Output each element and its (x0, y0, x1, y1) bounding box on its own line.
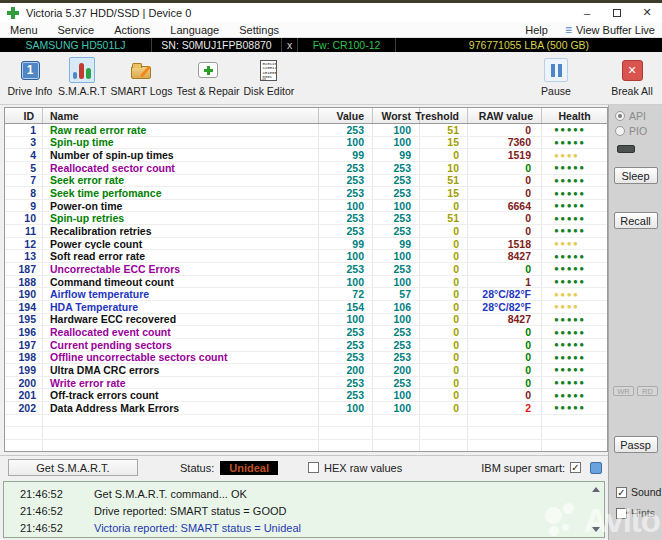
cell-health-dots: ●●●●● (542, 276, 607, 288)
rd-button[interactable]: RD (637, 386, 658, 396)
table-row[interactable]: 5Reallocated sector count253253100●●●●● (5, 162, 607, 175)
table-row[interactable]: 201Off-track errors count25310000●●●●● (5, 389, 607, 402)
header-worst[interactable]: Worst (373, 108, 420, 123)
cell-value: 253 (319, 212, 373, 224)
smart-logs-button[interactable]: SMART Logs (110, 55, 172, 101)
header-name[interactable]: Name (43, 108, 319, 123)
cell-name: Power-on time (43, 200, 319, 212)
menu-settings[interactable]: Settings (229, 24, 289, 36)
ibm-super-smart-checkbox[interactable] (570, 462, 581, 473)
table-row[interactable]: 4Number of spin-up times999901519●●●● (5, 149, 607, 162)
menu-menu[interactable]: Menu (0, 24, 48, 36)
hex-raw-values-row[interactable]: HEX raw values (308, 462, 402, 474)
hex-raw-label: HEX raw values (324, 462, 402, 474)
cell-health-dots: ●●●●● (542, 326, 607, 338)
table-row[interactable]: 200Write error rate25325300●●●●● (5, 377, 607, 390)
cell-id: 13 (5, 250, 43, 262)
cell-id: 187 (5, 263, 43, 275)
log-scroll-up-arrow[interactable] (592, 487, 600, 492)
cell-worst: 100 (373, 276, 420, 288)
pause-icon (544, 58, 568, 82)
cell-health-dots: ●●●● (542, 238, 607, 250)
menu-help[interactable]: Help (515, 24, 558, 36)
blue-indicator-button[interactable] (590, 462, 602, 474)
passp-button[interactable]: Passp (614, 436, 658, 453)
device-tab-close[interactable]: x (282, 38, 298, 52)
hex-raw-checkbox[interactable] (308, 462, 319, 473)
table-row[interactable]: 12Power cycle count999901518●●●● (5, 238, 607, 251)
app-icon (7, 7, 19, 19)
table-row[interactable]: 202Data Address Mark Errors10010002●●●●● (5, 402, 607, 415)
header-value[interactable]: Value (319, 108, 373, 123)
smart-actions-bar: Get S.M.A.R.T. Status: Unideal HEX raw v… (0, 455, 608, 479)
cell-health-dots: ●●●●● (542, 263, 607, 275)
table-row[interactable]: 10Spin-up retries253253510●●●●● (5, 212, 607, 225)
table-row[interactable]: 194HDA Temperature154106028°C/82°F●●●● (5, 301, 607, 314)
api-radio-row[interactable]: API (615, 110, 646, 122)
cell-health-dots: ●●●● (542, 301, 607, 313)
close-button[interactable]: ✕ (632, 3, 662, 22)
table-row[interactable]: 8Seek time perfomance253253150●●●●● (5, 187, 607, 200)
header-health[interactable]: Health (542, 108, 607, 123)
sleep-button[interactable]: Sleep (614, 167, 658, 184)
wr-button[interactable]: WR (613, 386, 634, 396)
disk-editor-button[interactable]: 010110 110011 101000 0001Disk Editor (244, 55, 295, 101)
sound-checkbox[interactable] (616, 487, 627, 498)
view-buffer-live-button[interactable]: ≡ View Buffer Live (558, 24, 662, 36)
hints-checkbox-row[interactable]: Hints (616, 507, 655, 519)
cell-raw-value: 0 (468, 263, 542, 275)
test-repair-button[interactable]: Test & Repair (176, 55, 239, 101)
smart-button[interactable]: S.M.A.R.T (58, 55, 106, 101)
cell-value: 99 (319, 238, 373, 250)
log-scroll-down-arrow[interactable] (592, 527, 600, 532)
table-row[interactable]: 198Offline uncorrectable sectors count25… (5, 352, 607, 365)
maximize-button[interactable] (602, 3, 632, 22)
recall-button[interactable]: Recall (614, 212, 658, 229)
hints-checkbox[interactable] (616, 508, 627, 519)
table-row[interactable]: 195Hardware ECC recovered10010008427●●●●… (5, 314, 607, 327)
sound-checkbox-row[interactable]: Sound (616, 486, 661, 498)
menu-service[interactable]: Service (48, 24, 105, 36)
table-row[interactable]: 11Recalibration retries25325300●●●●● (5, 225, 607, 238)
drive-info-button[interactable]: 1Drive Info (6, 55, 54, 101)
break-all-button[interactable]: ✕ Break All (608, 55, 656, 101)
cell-health-dots: ●●●●● (542, 339, 607, 351)
cell-id: 1 (5, 124, 43, 136)
table-row[interactable]: 197Current pending sectors25325300●●●●● (5, 339, 607, 352)
api-radio[interactable] (615, 111, 625, 121)
cell-worst: 100 (373, 314, 420, 326)
pause-button[interactable]: Pause (532, 55, 580, 101)
table-row[interactable]: 3Spin-up time100100157360●●●●● (5, 137, 607, 150)
header-id[interactable]: ID (5, 108, 43, 123)
log-message: Victoria reported: SMART status = Unidea… (94, 522, 301, 534)
cell-treshold: 0 (420, 352, 468, 364)
cell-worst: 253 (373, 225, 420, 237)
table-row[interactable]: 9Power-on time10010006664●●●●● (5, 200, 607, 213)
ibm-super-smart-row[interactable]: IBM super smart: (481, 462, 602, 474)
pio-radio-row[interactable]: PIO (615, 125, 647, 137)
cell-id: 10 (5, 212, 43, 224)
table-row[interactable]: 7Seek error rate253253510●●●●● (5, 175, 607, 188)
break-all-label: Break All (611, 85, 652, 97)
table-row[interactable]: 13Soft read error rate10010008427●●●●● (5, 250, 607, 263)
table-row[interactable]: 190Airflow temperature7257028°C/82°F●●●● (5, 288, 607, 301)
get-smart-button[interactable]: Get S.M.A.R.T. (8, 459, 138, 476)
log-lines: 21:46:52Get S.M.A.R.T. command... OK21:4… (4, 485, 604, 536)
table-row[interactable]: 187Uncorrectable ECC Errors25325300●●●●● (5, 263, 607, 276)
cell-health-dots: ●●●●● (542, 314, 607, 326)
device-model[interactable]: SAMSUNG HD501LJ (0, 38, 152, 52)
menu-language[interactable]: Language (160, 24, 229, 36)
cell-treshold: 0 (420, 149, 468, 161)
pio-radio[interactable] (615, 126, 625, 136)
cell-treshold: 0 (420, 377, 468, 389)
toolbar-buttons: 1Drive InfoS.M.A.R.TSMART LogsTest & Rep… (6, 55, 298, 101)
cell-name: Command timeout count (43, 276, 319, 288)
menu-actions[interactable]: Actions (104, 24, 160, 36)
header-treshold[interactable]: Treshold (420, 108, 468, 123)
table-row[interactable]: 188Command timeout count10010001●●●●● (5, 276, 607, 289)
minimize-button[interactable]: – (572, 3, 602, 22)
table-row[interactable]: 199Ultra DMA CRC errors20020000●●●●● (5, 364, 607, 377)
header-raw[interactable]: RAW value (468, 108, 542, 123)
table-row[interactable]: 1Raw read error rate253100510●●●●● (5, 124, 607, 137)
table-row[interactable]: 196Reallocated event count25325300●●●●● (5, 326, 607, 339)
